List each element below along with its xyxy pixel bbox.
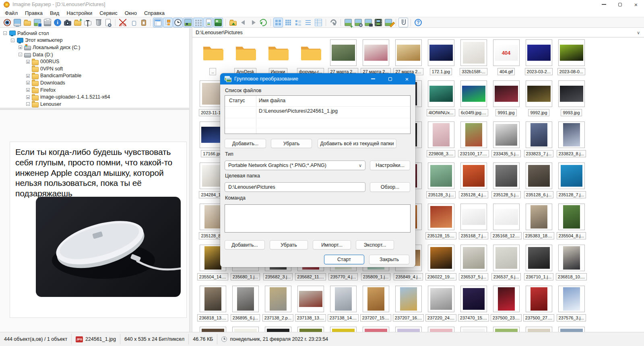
info-button[interactable]: [53, 18, 62, 27]
view-tiles-button[interactable]: [293, 18, 303, 27]
grid-image-item[interactable]: [262, 327, 294, 332]
menu-item[interactable]: Правка: [21, 10, 46, 16]
maximize-button[interactable]: [612, 0, 628, 9]
grid-image-item[interactable]: 6c04f9.jpg....: [457, 80, 490, 122]
tree-item[interactable]: +000RUS: [0, 58, 189, 65]
target-folder-input[interactable]: [225, 182, 365, 192]
grid-image-item[interactable]: 235168_12....: [490, 204, 522, 245]
grid-image-item[interactable]: 2023-08-0...: [555, 39, 588, 80]
expand-toggle[interactable]: +: [26, 95, 30, 99]
grid-image-item[interactable]: 235504_8.j...: [555, 204, 588, 245]
grid-image-item[interactable]: [327, 327, 359, 332]
paste-button[interactable]: [138, 18, 148, 27]
grid-image-item[interactable]: 172.1.jpg: [425, 39, 457, 80]
tree-item[interactable]: +Firefox: [0, 86, 189, 94]
camera-button[interactable]: [63, 18, 72, 27]
grid-image-item[interactable]: 237207_16....: [392, 286, 425, 327]
grid-image-item[interactable]: 235128_15....: [425, 204, 457, 245]
grid-image-item[interactable]: 236818_10....: [555, 245, 588, 286]
grid-image-item[interactable]: 237500_27....: [522, 286, 555, 327]
file-list-row[interactable]: D:\Lenouser\Pictures\224561_1.jpg: [259, 108, 338, 114]
grid-image-item[interactable]: [359, 327, 392, 332]
tree-item[interactable]: 0VPN soft: [0, 65, 189, 72]
forward-button[interactable]: [248, 18, 258, 27]
rename-button[interactable]: [83, 18, 93, 27]
grid-image-item[interactable]: 233823_7.j...: [522, 122, 555, 163]
tree-item[interactable]: +BandicamPortable: [0, 72, 189, 80]
folder-tree-button[interactable]: [163, 18, 173, 27]
view-list-button[interactable]: [303, 18, 313, 27]
grid-image-item[interactable]: 235128_4.j...: [457, 163, 490, 204]
chevron-down-icon[interactable]: ∨: [637, 30, 640, 35]
grid-image-item[interactable]: [294, 327, 327, 332]
help-button[interactable]: [413, 18, 423, 27]
grid-image-item[interactable]: 236818_13....: [196, 286, 229, 327]
grid-image-item[interactable]: 237576_3.j...: [555, 286, 588, 327]
export-button[interactable]: Экспорт...: [356, 240, 394, 249]
image-save-button[interactable]: [33, 18, 42, 27]
folder-up-button[interactable]: [228, 18, 238, 27]
grid-image-item[interactable]: 235128_6.j...: [522, 163, 555, 204]
print-button[interactable]: [43, 18, 52, 27]
grid-image-item[interactable]: 235168_7.j...: [457, 204, 490, 245]
tree-item[interactable]: -Рабочий стол: [0, 30, 189, 37]
grid-image-item[interactable]: 237207_15....: [359, 286, 392, 327]
cut-button[interactable]: [118, 18, 128, 27]
expand-toggle[interactable]: +: [19, 45, 22, 49]
menu-item[interactable]: Сервис: [96, 10, 121, 16]
grid-image-item[interactable]: 235128_7.j...: [555, 163, 588, 204]
grid-image-item[interactable]: 235128_3.j...: [425, 163, 457, 204]
menu-item[interactable]: Справка: [140, 10, 168, 16]
slideshow-button[interactable]: [12, 18, 22, 27]
image-add-button[interactable]: [343, 18, 353, 27]
folder-new-button[interactable]: [73, 18, 83, 27]
grid-image-item[interactable]: 9991.jpg: [490, 80, 522, 122]
grid-image-item[interactable]: 236022_19....: [425, 245, 457, 286]
minimize-button[interactable]: [596, 0, 612, 9]
grid-image-item[interactable]: [196, 327, 229, 332]
grid-image-item[interactable]: 9993.jpg: [555, 80, 588, 122]
format-settings-button[interactable]: Настройки...: [370, 161, 410, 170]
grid-image-item[interactable]: [425, 327, 457, 332]
expand-toggle[interactable]: +: [26, 74, 30, 78]
vertical-splitter[interactable]: [189, 28, 192, 332]
collapse-toggle[interactable]: -: [11, 39, 14, 42]
view-details-button[interactable]: [314, 18, 323, 27]
grid-image-item[interactable]: 233823_8.j...: [555, 122, 588, 163]
collapse-toggle[interactable]: -: [3, 31, 7, 35]
menu-item[interactable]: Файл: [1, 10, 21, 16]
grid-image-item[interactable]: [392, 327, 425, 332]
grid-image-item[interactable]: [555, 327, 588, 332]
image-info-button[interactable]: [183, 18, 193, 27]
images-settings-button[interactable]: [353, 18, 363, 27]
browse-button[interactable]: Обзор...: [370, 182, 410, 192]
tree-item[interactable]: -Этот компьютер: [0, 37, 189, 44]
grid-image-item[interactable]: 237500_23....: [490, 286, 522, 327]
grid-dots-button[interactable]: [193, 18, 203, 27]
refresh-button[interactable]: [258, 18, 268, 27]
close-button[interactable]: ×: [628, 0, 644, 9]
attach-button[interactable]: [398, 18, 408, 27]
command-remove-button[interactable]: Убрать: [270, 240, 308, 249]
tree-item[interactable]: +Локальный диск (C:): [0, 44, 189, 51]
view-button[interactable]: [2, 18, 12, 27]
grid-image-item[interactable]: 236895_6.j...: [229, 286, 262, 327]
expand-toggle[interactable]: +: [26, 88, 30, 92]
grid-image-item[interactable]: 237138_14....: [327, 286, 359, 327]
tree-item[interactable]: +Downloads: [0, 79, 189, 86]
tree-item[interactable]: -Lenouser: [0, 101, 189, 108]
dialog-title-bar[interactable]: Групповое преобразование ×: [220, 73, 415, 84]
panel-window-button[interactable]: [153, 18, 163, 27]
grid-image-item[interactable]: 332b158f-...: [457, 39, 490, 80]
delete-button[interactable]: [93, 18, 103, 27]
dialog-minimize-button[interactable]: [365, 73, 382, 84]
folder-open-button[interactable]: [23, 18, 32, 27]
clock-button[interactable]: [173, 18, 183, 27]
command-textarea[interactable]: [225, 204, 411, 233]
back-button[interactable]: [238, 18, 248, 27]
grid-image-item[interactable]: 236537_6.j...: [490, 245, 522, 286]
grid-image-item[interactable]: 237138_13....: [294, 286, 327, 327]
tree-item[interactable]: +image-uploader-1.4.1.5211-x64: [0, 93, 189, 101]
expand-toggle[interactable]: +: [26, 60, 30, 64]
add-files-button[interactable]: Добавить...: [225, 139, 266, 148]
